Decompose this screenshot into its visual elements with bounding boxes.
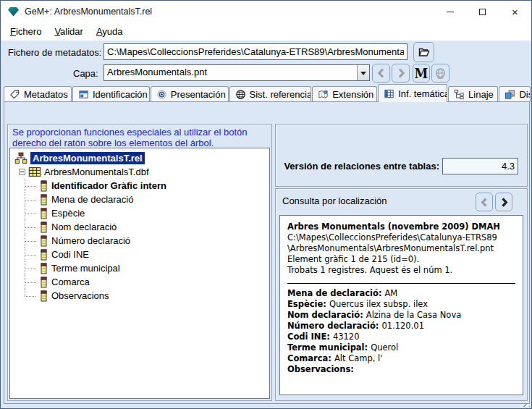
tree-hint-text: Se proporcionan funciones especiales al … [8, 125, 271, 149]
combobox-dropdown-button[interactable] [357, 65, 369, 80]
globe-grid-icon [235, 89, 246, 100]
minimize-button[interactable] [434, 1, 466, 22]
tree-field-item[interactable]: Mena de declaració [25, 193, 268, 206]
tree-connector [25, 248, 39, 261]
tab-inf-tem-tica[interactable]: Inf. temática [378, 84, 447, 102]
result-element-line: Element gràfic 1 de 215 (id=0). [287, 254, 515, 265]
tab-presentaci-n[interactable]: Presentación [151, 86, 229, 102]
tree-connector [25, 261, 39, 275]
column-icon [39, 180, 48, 192]
result-path-line2: \ArbresMonumentals\ArbresMonumentalsT.re… [287, 243, 515, 254]
chevron-right-icon [395, 67, 407, 79]
tree-field-item[interactable]: Número declaració [25, 234, 268, 248]
chevron-left-icon [479, 197, 490, 208]
tree-field-item[interactable]: Espècie [25, 206, 268, 220]
tab-linaje[interactable]: Linaje [448, 86, 498, 102]
query-field-row: Observacions [287, 364, 515, 375]
window-icon [78, 89, 89, 100]
result-heading: Arbres Monumentals (novembre 2009) DMAH [287, 222, 515, 232]
tree-root-item[interactable]: ArbresMonumentalsT.rel [12, 151, 268, 165]
tree-field-item[interactable]: Identificador Gràfic intern [25, 179, 268, 193]
column-icon [39, 194, 48, 206]
column-icon [39, 263, 48, 274]
tree-connector [25, 206, 39, 220]
structure-tree: ArbresMonumentalsT.rel ArbresMonumenta [9, 148, 270, 399]
column-icon [39, 290, 48, 302]
relations-version-panel: Versión de relaciones entre tablas: [275, 124, 528, 187]
tab-dis[interactable]: Dis [499, 86, 531, 102]
tab-extensi-n[interactable]: Extensión [312, 86, 377, 102]
previous-record-button[interactable] [476, 193, 493, 211]
next-layer-button[interactable] [392, 64, 410, 83]
menu-item-fichero[interactable]: Fichero [4, 24, 48, 39]
version-field[interactable] [442, 158, 518, 174]
query-field-row: Número declaració01.120.01 [287, 321, 515, 332]
result-found-line: Trobats 1 registres. Aquest és el núm 1. [287, 265, 515, 276]
tab-sist-referencia[interactable]: Sist. referencia [229, 86, 312, 102]
tree-field-item[interactable]: Comarca [25, 275, 268, 289]
layer-combobox[interactable]: ArbresMonumentals.pnt [104, 64, 370, 81]
query-field-row: EspècieQuercus ilex subsp. ilex [287, 299, 515, 310]
tree-connector [25, 234, 39, 248]
miramon-m-icon: M [415, 65, 428, 81]
column-icon [39, 277, 48, 288]
tree-table-item[interactable]: ArbresMonumentalsT.dbf [12, 165, 268, 179]
tab-page-inf-tematica: Se proporcionan funciones especiales al … [4, 101, 530, 404]
title-bar: GeM+: ArbresMonumentalsT.rel × [1, 1, 531, 22]
tree-field-item[interactable]: Codi INE [25, 248, 268, 261]
gem-app-icon [8, 7, 19, 17]
query-result-box: Arbres Monumentals (novembre 2009) DMAH … [279, 215, 523, 395]
miramon-button[interactable]: M [413, 64, 430, 83]
chevron-right-icon [499, 197, 510, 208]
menu-item-ayuda[interactable]: Ayuda [90, 24, 130, 39]
layers-icon [504, 89, 515, 100]
next-record-button[interactable] [495, 193, 512, 211]
hierarchy-icon [454, 89, 465, 100]
world-view-button[interactable] [431, 64, 449, 83]
tree-panel: Se proporcionan funciones especiales al … [7, 124, 272, 401]
folder-open-icon [418, 46, 430, 58]
result-path-line1: C:\Mapes\ColleccionsPreferides\Catalunya… [287, 232, 515, 243]
metadata-file-input[interactable] [104, 43, 408, 60]
tree-connector [25, 275, 39, 289]
tab-strip: Metadatos Identificación Presentación Si… [4, 84, 531, 102]
query-field-row: Terme municipalQuerol [287, 342, 515, 353]
open-file-button[interactable] [413, 42, 434, 62]
menu-bar: FicheroValidarAyuda [1, 22, 531, 41]
tree-field-item[interactable]: Observacions [25, 289, 268, 303]
previous-layer-button[interactable] [372, 64, 390, 83]
tag-icon [9, 89, 20, 100]
query-by-location-panel: Consulta por localización Arbres Monumen… [275, 188, 528, 401]
tree-field-item[interactable]: Nom declaració [25, 220, 268, 234]
gem-window: { "window": { "title": "GeM+: ArbresMonu… [0, 0, 532, 409]
maximize-button[interactable] [466, 1, 499, 22]
tab-identificaci-n[interactable]: Identificación [72, 86, 150, 102]
collapse-icon[interactable] [19, 169, 25, 175]
query-panel-title: Consulta por localización [282, 195, 387, 206]
column-icon [39, 208, 48, 219]
tree-table-label: ArbresMonumentalsT.dbf [44, 166, 149, 177]
globe-icon [434, 67, 447, 80]
org-tree-icon [14, 152, 28, 164]
tree-connector [25, 179, 39, 193]
client-area: Fichero de metadatos: Capa: ArbresMonume… [1, 41, 531, 408]
layer-combobox-value: ArbresMonumentals.pnt [104, 65, 357, 80]
tab-metadatos[interactable]: Metadatos [4, 86, 72, 102]
close-button[interactable]: × [499, 1, 531, 22]
minimize-icon [447, 12, 454, 12]
result-separator [287, 283, 515, 284]
query-field-row: Mena de declaracióAM [287, 288, 515, 299]
layer-label: Capa: [73, 68, 98, 79]
query-field-row: Codi INE43120 [287, 332, 515, 342]
tree-root-label: ArbresMonumentalsT.rel [30, 152, 145, 164]
menu-item-validar[interactable]: Validar [48, 24, 90, 39]
window-title: GeM+: ArbresMonumentalsT.rel [25, 7, 434, 17]
metadata-file-label: Fichero de metadatos: [8, 47, 101, 58]
table-blue-icon [384, 88, 394, 99]
column-icon [39, 222, 48, 233]
tree-field-item[interactable]: Terme municipal [25, 261, 268, 275]
tree-connector [25, 289, 39, 303]
tree-connector [25, 193, 39, 206]
table-yellow-icon [28, 166, 41, 177]
query-field-row: ComarcaAlt Camp, l' [287, 353, 515, 364]
